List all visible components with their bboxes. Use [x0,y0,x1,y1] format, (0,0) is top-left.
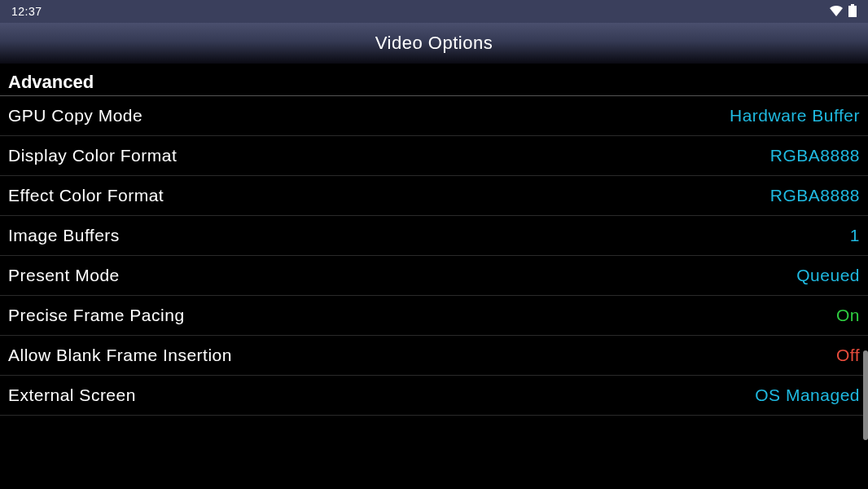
wifi-icon [829,5,844,19]
options-list: GPU Copy Mode Hardware Buffer Display Co… [0,96,868,416]
option-label: Display Color Format [8,146,177,165]
option-value: Queued [796,266,860,285]
option-allow-blank-frame-insertion[interactable]: Allow Blank Frame Insertion Off [0,336,868,376]
option-label: External Screen [8,385,136,405]
option-present-mode[interactable]: Present Mode Queued [0,256,868,296]
option-display-color-format[interactable]: Display Color Format RGBA8888 [0,136,868,176]
option-label: GPU Copy Mode [8,106,142,126]
section-title: Advanced [8,72,94,93]
option-external-screen[interactable]: External Screen OS Managed [0,376,868,416]
status-time: 12:37 [11,5,42,18]
option-effect-color-format[interactable]: Effect Color Format RGBA8888 [0,176,868,216]
option-value: 1 [850,226,860,245]
option-value: Hardware Buffer [730,106,860,126]
option-value: Off [836,346,860,365]
option-value: OS Managed [755,385,860,405]
svg-rect-1 [848,6,857,17]
svg-rect-0 [851,4,854,6]
option-label: Image Buffers [8,226,120,245]
title-bar: Video Options [0,23,868,64]
page-title: Video Options [375,33,493,54]
option-value: RGBA8888 [770,146,860,165]
scrollbar[interactable] [863,350,868,440]
battery-icon [848,4,857,20]
option-label: Present Mode [8,266,120,285]
option-precise-frame-pacing[interactable]: Precise Frame Pacing On [0,296,868,336]
option-value: RGBA8888 [770,186,860,205]
option-label: Effect Color Format [8,186,164,205]
status-icons [829,4,857,20]
option-label: Allow Blank Frame Insertion [8,346,232,365]
option-image-buffers[interactable]: Image Buffers 1 [0,216,868,256]
option-gpu-copy-mode[interactable]: GPU Copy Mode Hardware Buffer [0,96,868,136]
option-label: Precise Frame Pacing [8,306,185,325]
status-bar: 12:37 [0,0,868,23]
section-header: Advanced [0,64,868,96]
option-value: On [836,306,860,325]
